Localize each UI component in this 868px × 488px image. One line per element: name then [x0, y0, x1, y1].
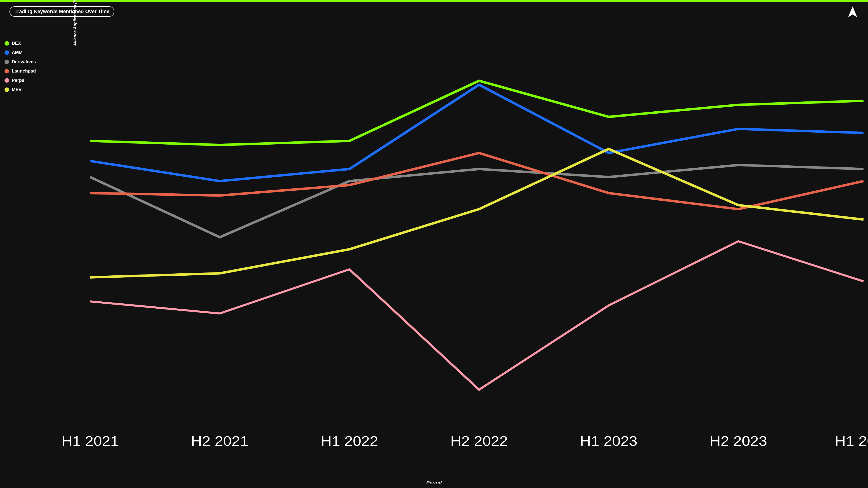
legend-dot-amm — [4, 51, 9, 55]
svg-rect-1 — [63, 4, 329, 184]
top-bar — [0, 0, 329, 2]
legend-item-dex: DEX — [4, 41, 36, 46]
legend-label-launchpad: Launchpad — [12, 68, 36, 74]
legend: DEXAMMDerivativesLaunchpadPerpsMEV — [4, 41, 36, 92]
legend-dot-derivatives — [4, 60, 9, 64]
legend-item-perps: Perps — [4, 78, 36, 83]
legend-dot-perps — [4, 78, 9, 83]
legend-item-derivatives: Derivatives — [4, 59, 36, 64]
chart-container: H1 2021 H2 2021 H1 2022 H2 2022 H1 2023 … — [63, 4, 329, 184]
legend-label-amm: AMM — [12, 50, 23, 55]
legend-label-derivatives: Derivatives — [12, 59, 36, 64]
legend-dot-dex — [4, 41, 9, 46]
legend-item-launchpad: Launchpad — [4, 68, 36, 74]
legend-label-mev: MEV — [12, 87, 22, 92]
legend-label-perps: Perps — [12, 78, 24, 83]
legend-item-amm: AMM — [4, 50, 36, 55]
legend-label-dex: DEX — [12, 41, 21, 46]
legend-dot-launchpad — [4, 69, 9, 73]
legend-dot-mev — [4, 88, 9, 92]
legend-item-mev: MEV — [4, 87, 36, 92]
chart-svg: H1 2021 H2 2021 H1 2022 H2 2022 H1 2023 … — [63, 4, 329, 184]
